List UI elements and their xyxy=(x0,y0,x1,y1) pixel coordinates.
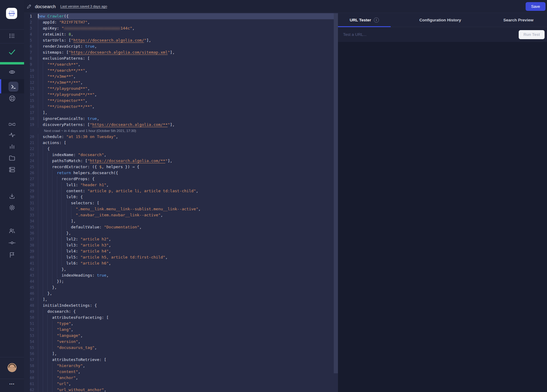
code-line-content[interactable]: apiKey: "xxxxxxxxxxxxxxxxxxxxxxxx144c", xyxy=(38,25,338,31)
sidebar-item-domains[interactable] xyxy=(0,121,24,127)
code-line-content[interactable]: initialIndexSettings: { xyxy=(38,303,338,309)
code-line-38[interactable]: 38 lvl3: "article h3", xyxy=(24,242,338,248)
code-line-27[interactable]: 27 recordProps: { xyxy=(24,176,338,182)
code-line-content[interactable]: ".navbar__item.navbar__link--active", xyxy=(38,212,338,218)
code-line-content[interactable]: recordProps: { xyxy=(38,176,338,182)
code-line-24[interactable]: 24 pathsToMatch: ["https://docsearch.alg… xyxy=(24,158,338,164)
tab-search-preview[interactable]: Search Preview xyxy=(490,13,547,27)
tab-url-tester[interactable]: URL Tester i xyxy=(338,13,391,27)
code-line-content[interactable]: indexHeadings: true, xyxy=(38,272,338,278)
code-line-content[interactable]: docsearch: { xyxy=(38,309,338,315)
code-line-29[interactable]: 29 content: "article p, article li, arti… xyxy=(24,188,338,194)
code-line-content[interactable]: attributesToRetrieve: [ xyxy=(38,357,338,363)
code-line-57[interactable]: 57 attributesToRetrieve: [ xyxy=(24,357,338,363)
code-line-content[interactable]: return helpers.docsearch({ xyxy=(38,170,338,176)
code-line-44[interactable]: 44 }); xyxy=(24,278,338,284)
code-line-content[interactable]: }, xyxy=(38,266,338,272)
code-line-22[interactable]: 22 { xyxy=(24,146,338,152)
code-line-37[interactable]: 37 lvl2: "article h2", xyxy=(24,236,338,242)
code-line-content[interactable]: recordExtractor: ({ $, helpers }) ⇒ { xyxy=(38,164,338,170)
code-line-13[interactable]: 13 "**/playground**", xyxy=(24,86,338,92)
code-line-content[interactable]: appId: "R2IYF7ETH7", xyxy=(38,19,338,25)
code-line-18[interactable]: 18 ignoreCanonicalTo: true, xyxy=(24,116,338,122)
code-line-42[interactable]: 42 }, xyxy=(24,266,338,272)
sidebar-item-commit[interactable] xyxy=(0,240,24,245)
code-line-43[interactable]: 43 indexHeadings: true, xyxy=(24,272,338,278)
code-line-content[interactable]: schedule: "at 15:30 on Tuesday", xyxy=(38,134,338,140)
code-line-content[interactable]: lvl1: "header h1", xyxy=(38,182,338,188)
sidebar-item-export[interactable] xyxy=(0,193,24,199)
sidebar-item-feedback[interactable] xyxy=(0,252,24,258)
code-line-content[interactable]: ignoreCanonicalTo: true, xyxy=(38,116,338,122)
more-ellipsis[interactable]: ••• xyxy=(0,382,24,386)
code-line-54[interactable]: 54 "version", xyxy=(24,339,338,345)
code-line-9[interactable]: 9 "**/search**", xyxy=(24,61,338,67)
code-line-content[interactable]: "**/v3me**/**", xyxy=(38,80,338,86)
code-line-52[interactable]: 52 "lang", xyxy=(24,327,338,333)
code-line-content[interactable]: lvl3: "article h3", xyxy=(38,242,338,248)
code-line-content[interactable]: ], xyxy=(38,218,338,224)
code-line-content[interactable]: rateLimit: 8, xyxy=(38,31,338,37)
sidebar-item-terminal[interactable] xyxy=(8,82,18,92)
sidebar-item-stats[interactable] xyxy=(0,144,24,149)
code-line-50[interactable]: 50 attributesForFaceting: [ xyxy=(24,315,338,321)
code-line-content[interactable]: lvl4: "article h4", xyxy=(38,248,338,254)
code-line-36[interactable]: 36 }, xyxy=(24,230,338,236)
code-line-content[interactable]: selectors: [ xyxy=(38,200,338,206)
code-line-content[interactable]: "**/v3me**", xyxy=(38,74,338,80)
code-line-content[interactable]: attributesForFaceting: [ xyxy=(38,315,338,321)
code-line-content[interactable]: discoveryPatterns: ["https://docsearch.a… xyxy=(38,122,338,128)
code-line-53[interactable]: 53 "language", xyxy=(24,333,338,339)
code-line-59[interactable]: 59 "content", xyxy=(24,369,338,375)
code-line-content[interactable]: "hierarchy", xyxy=(38,363,338,369)
code-line-content[interactable]: "url_without_anchor", xyxy=(38,387,338,392)
code-line-45[interactable]: 45 }, xyxy=(24,284,338,290)
code-line-51[interactable]: 51 "type", xyxy=(24,321,338,327)
code-line-12[interactable]: 12 "**/v3me**/**", xyxy=(24,80,338,86)
code-line-34[interactable]: 34 ], xyxy=(24,218,338,224)
code-line-6[interactable]: 6 renderJavaScript: true, xyxy=(24,43,338,49)
code-line-49[interactable]: 49 docsearch: { xyxy=(24,309,338,315)
code-line-14[interactable]: 14 "**/playground**/**", xyxy=(24,92,338,98)
code-line-39[interactable]: 39 lvl4: "article h4", xyxy=(24,248,338,254)
code-line-content[interactable]: "**/inspector**/**", xyxy=(38,104,338,110)
tab-configuration-history[interactable]: Configuration History xyxy=(391,13,490,27)
sidebar-item-monitoring[interactable] xyxy=(0,132,24,138)
code-line-content[interactable]: }, xyxy=(38,284,338,290)
sidebar-item-files[interactable] xyxy=(0,155,24,161)
code-line-content[interactable]: content: "article p, article li, article… xyxy=(38,188,338,194)
code-line-content[interactable]: "language", xyxy=(38,333,338,339)
code-line-48[interactable]: 48 initialIndexSettings: { xyxy=(24,303,338,309)
code-line-4[interactable]: 4 rateLimit: 8, xyxy=(24,31,338,37)
code-line-23[interactable]: 23 indexName: "docsearch", xyxy=(24,152,338,158)
code-line-3[interactable]: 3 apiKey: "xxxxxxxxxxxxxxxxxxxxxxxx144c"… xyxy=(24,25,338,31)
code-line-content[interactable]: "**/playground**", xyxy=(38,86,338,92)
code-line-5[interactable]: 5 startUrls: ["https://docsearch.algolia… xyxy=(24,37,338,43)
code-line-content[interactable]: ], xyxy=(38,296,338,303)
config-code-editor[interactable]: 1new Crawler({2 appId: "R2IYF7ETH7",3 ap… xyxy=(24,13,338,392)
code-line-content[interactable]: pathsToMatch: ["https://docsearch.algoli… xyxy=(38,158,338,164)
run-test-button[interactable]: Run Test xyxy=(519,30,545,39)
code-line-7[interactable]: 7 sitemaps: ["https://docsearch.algolia.… xyxy=(24,49,338,55)
code-line-content[interactable]: ".menu__link.menu__link--sublist.menu__l… xyxy=(38,206,338,212)
code-line-content[interactable]: "**/playground**/**", xyxy=(38,92,338,98)
code-line-content[interactable]: startUrls: ["https://docsearch.algolia.c… xyxy=(38,37,338,43)
code-line-content[interactable]: ], xyxy=(38,110,338,116)
code-line-content[interactable]: }); xyxy=(38,278,338,284)
code-line-content[interactable]: indexName: "docsearch", xyxy=(38,152,338,158)
code-line-content[interactable]: actions: [ xyxy=(38,140,338,146)
sidebar-item-support[interactable] xyxy=(0,95,24,102)
code-line-content[interactable]: }, xyxy=(38,290,338,296)
code-line-8[interactable]: 8 exclusionPatterns: [ xyxy=(24,55,338,61)
sidebar-item-indices[interactable] xyxy=(0,167,24,173)
save-button[interactable]: Save xyxy=(526,2,545,11)
code-line-content[interactable]: sitemaps: ["https://docsearch.algolia.co… xyxy=(38,49,338,55)
code-line-35[interactable]: 35 defaultValue: "Documentation", xyxy=(24,224,338,230)
code-line-content[interactable]: exclusionPatterns: [ xyxy=(38,55,338,61)
code-line-content[interactable]: ], xyxy=(38,351,338,357)
code-line-content[interactable]: "docusaurus_tag", xyxy=(38,345,338,351)
code-line-content[interactable]: { xyxy=(38,146,338,152)
code-line-content[interactable]: "**/inspector**", xyxy=(38,98,338,104)
code-line-21[interactable]: 21 actions: [ xyxy=(24,140,338,146)
code-line-content[interactable]: }, xyxy=(38,230,338,236)
